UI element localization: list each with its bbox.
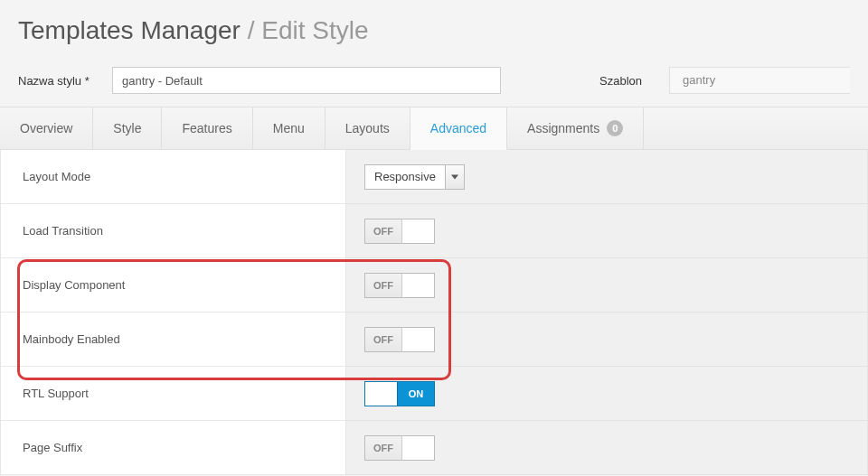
page-header: Templates Manager / Edit Style xyxy=(0,0,868,58)
chevron-down-icon[interactable] xyxy=(445,164,465,190)
tab-style[interactable]: Style xyxy=(93,107,162,149)
style-form-row: Nazwa stylu * Szablon gantry xyxy=(0,58,868,107)
assignments-count-badge: 0 xyxy=(607,120,623,136)
settings-panel: Layout Mode Load Transition Display Comp… xyxy=(0,150,868,475)
style-name-input[interactable] xyxy=(112,67,501,94)
template-value: gantry xyxy=(669,67,850,94)
title-sub: / Edit Style xyxy=(248,16,369,44)
style-name-label: Nazwa stylu * xyxy=(18,74,99,88)
row-label-rtl-support: RTL Support xyxy=(1,367,345,421)
page-title: Templates Manager / Edit Style xyxy=(18,16,850,45)
layout-mode-value: Responsive xyxy=(364,164,445,190)
load-transition-toggle[interactable]: OFF xyxy=(364,219,435,244)
row-control-page-suffix: OFF xyxy=(346,421,867,475)
settings-labels-column: Layout Mode Load Transition Display Comp… xyxy=(0,150,346,475)
toggle-knob xyxy=(401,436,434,460)
tab-menu[interactable]: Menu xyxy=(253,107,326,149)
tab-advanced[interactable]: Advanced xyxy=(410,107,507,150)
toggle-state: OFF xyxy=(365,328,401,351)
row-control-mainbody-enabled: OFF xyxy=(346,313,867,367)
page-suffix-toggle[interactable]: OFF xyxy=(364,435,435,461)
layout-mode-select[interactable]: Responsive xyxy=(364,164,465,190)
tab-features[interactable]: Features xyxy=(162,107,252,149)
title-main: Templates Manager xyxy=(18,16,241,44)
mainbody-enabled-toggle[interactable]: OFF xyxy=(364,327,435,352)
row-control-load-transition: OFF xyxy=(346,204,867,258)
rtl-support-toggle[interactable]: ON xyxy=(364,381,435,406)
row-label-layout-mode: Layout Mode xyxy=(1,150,345,204)
toggle-state: OFF xyxy=(365,219,401,243)
row-label-display-component: Display Component xyxy=(1,258,345,313)
row-control-rtl-support: ON xyxy=(346,367,867,421)
toggle-knob xyxy=(401,219,434,243)
tab-assignments-label: Assignments xyxy=(527,121,599,135)
tab-layouts[interactable]: Layouts xyxy=(326,107,410,149)
toggle-state: OFF xyxy=(365,436,401,460)
display-component-toggle[interactable]: OFF xyxy=(364,273,435,298)
tab-overview[interactable]: Overview xyxy=(0,107,93,149)
toggle-knob xyxy=(401,328,434,351)
template-label: Szablon xyxy=(599,74,642,88)
row-control-layout-mode: Responsive xyxy=(346,150,867,204)
settings-controls-column: Responsive OFF OFF OFF xyxy=(346,150,868,475)
tab-assignments[interactable]: Assignments 0 xyxy=(507,107,644,149)
row-label-page-suffix: Page Suffix xyxy=(1,421,345,475)
template-group: Szablon gantry xyxy=(599,67,850,94)
row-control-display-component: OFF xyxy=(346,258,867,313)
tabs-bar: Overview Style Features Menu Layouts Adv… xyxy=(0,107,868,150)
row-label-load-transition: Load Transition xyxy=(1,204,345,258)
row-label-mainbody-enabled: Mainbody Enabled xyxy=(1,313,345,367)
toggle-state: ON xyxy=(398,382,434,406)
toggle-knob xyxy=(401,274,434,297)
toggle-state: OFF xyxy=(365,274,401,297)
toggle-knob xyxy=(365,382,398,406)
